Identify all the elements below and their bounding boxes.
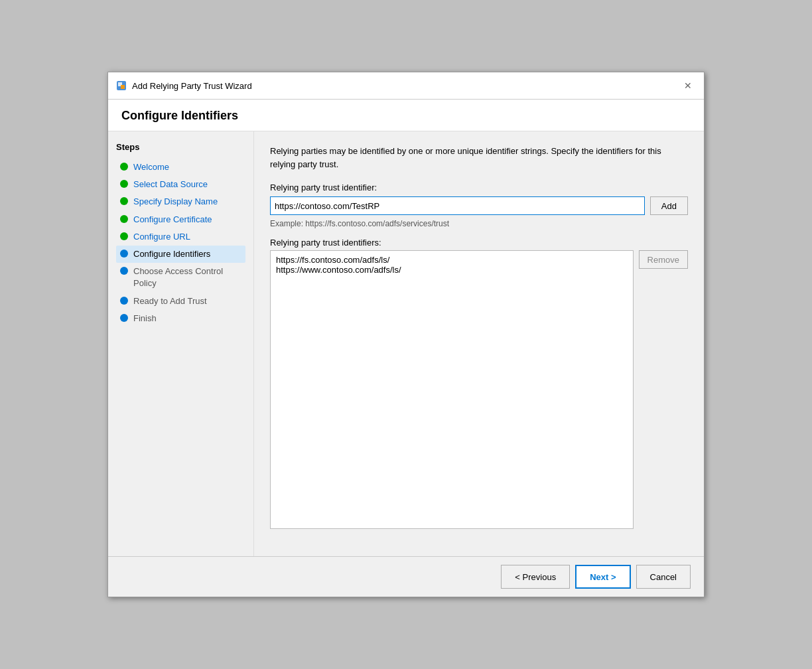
next-button[interactable]: Next > — [575, 565, 630, 589]
sidebar-item-label-configure-certificate: Configure Certificate — [133, 214, 212, 226]
content-area: Steps Welcome Select Data Source Specify… — [108, 131, 704, 556]
description-text: Relying parties may be identified by one… — [270, 145, 688, 171]
identifiers-list-label: Relying party trust identifiers: — [270, 238, 688, 248]
step-dot-specify-display-name — [120, 197, 128, 205]
add-button[interactable]: Add — [650, 196, 688, 215]
svg-rect-2 — [121, 85, 125, 89]
sidebar-item-label-configure-url: Configure URL — [133, 231, 190, 243]
step-dot-configure-identifiers — [120, 250, 128, 258]
page-title: Configure Identifiers — [121, 109, 691, 123]
identifiers-textarea[interactable]: https://fs.contoso.com/adfs/ls/ https://… — [270, 250, 634, 529]
step-dot-configure-certificate — [120, 215, 128, 223]
identifiers-list-row: https://fs.contoso.com/adfs/ls/ https://… — [270, 250, 688, 531]
sidebar-item-label-specify-display-name: Specify Display Name — [133, 196, 218, 208]
sidebar-item-label-select-data-source: Select Data Source — [133, 179, 208, 190]
title-bar-text: Add Relying Party Trust Wizard — [132, 81, 252, 91]
sidebar-item-label-configure-identifiers: Configure Identifiers — [133, 248, 210, 260]
step-dot-welcome — [120, 163, 128, 171]
sidebar-item-select-data-source[interactable]: Select Data Source — [116, 176, 245, 193]
step-dot-finish — [120, 314, 128, 322]
wizard-window: Add Relying Party Trust Wizard ✕ Configu… — [107, 72, 705, 597]
sidebar-item-label-ready-to-add-trust: Ready to Add Trust — [133, 295, 207, 307]
sidebar: Steps Welcome Select Data Source Specify… — [108, 131, 254, 556]
sidebar-item-ready-to-add-trust[interactable]: Ready to Add Trust — [116, 293, 245, 310]
title-bar: Add Relying Party Trust Wizard ✕ — [108, 72, 704, 100]
sidebar-item-label-finish: Finish — [133, 313, 157, 325]
sidebar-item-configure-identifiers[interactable]: Configure Identifiers — [116, 246, 245, 263]
wizard-icon — [116, 80, 127, 91]
step-dot-ready-to-add-trust — [120, 297, 128, 305]
sidebar-item-configure-certificate[interactable]: Configure Certificate — [116, 211, 245, 228]
sidebar-item-choose-access-control-policy[interactable]: Choose Access Control Policy — [116, 263, 245, 292]
sidebar-item-configure-url[interactable]: Configure URL — [116, 228, 245, 246]
identifier-input[interactable] — [270, 196, 645, 215]
cancel-button[interactable]: Cancel — [636, 565, 691, 589]
step-dot-configure-url — [120, 232, 128, 240]
identifier-input-row: Add — [270, 196, 688, 215]
close-button[interactable]: ✕ — [680, 78, 696, 94]
footer: < Previous Next > Cancel — [108, 556, 704, 597]
identifiers-list-wrapper: https://fs.contoso.com/adfs/ls/ https://… — [270, 250, 634, 531]
title-bar-left: Add Relying Party Trust Wizard — [116, 80, 252, 91]
step-dot-choose-access-control-policy — [120, 267, 128, 275]
previous-button[interactable]: < Previous — [501, 565, 570, 589]
sidebar-item-label-choose-access-control-policy: Choose Access Control Policy — [133, 265, 241, 289]
sidebar-item-specify-display-name[interactable]: Specify Display Name — [116, 193, 245, 210]
remove-button[interactable]: Remove — [639, 250, 688, 269]
step-dot-select-data-source — [120, 180, 128, 188]
sidebar-title: Steps — [116, 142, 245, 152]
sidebar-item-welcome[interactable]: Welcome — [116, 159, 245, 176]
example-text: Example: https://fs.contoso.com/adfs/ser… — [270, 219, 688, 228]
main-content: Relying parties may be identified by one… — [254, 131, 704, 556]
page-header: Configure Identifiers — [108, 100, 704, 131]
sidebar-item-label-welcome: Welcome — [133, 161, 169, 173]
sidebar-item-finish[interactable]: Finish — [116, 310, 245, 327]
identifier-field-label: Relying party trust identifier: — [270, 183, 688, 192]
